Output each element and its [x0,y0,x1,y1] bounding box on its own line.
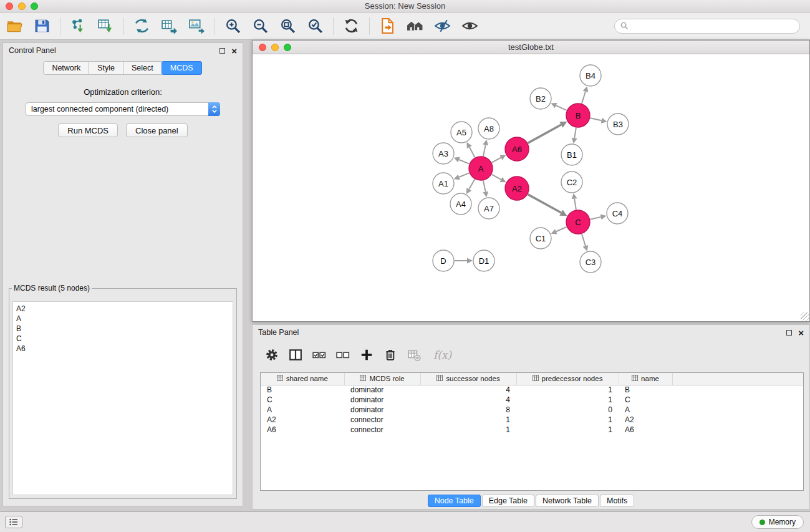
tab-node-table[interactable]: Node Table [428,495,481,507]
open-session-icon[interactable] [6,17,23,34]
tab-edge-table[interactable]: Edge Table [482,495,534,507]
zoom-in-icon[interactable] [224,17,241,34]
network-graph[interactable]: B4B2BB3A5A8A6B1A3AC2A1A2A4A7C4CC1C3DD1 [253,54,809,321]
close-network-button[interactable] [259,44,266,51]
column-header-shared-name[interactable]: shared name [261,373,344,385]
tab-style[interactable]: Style [89,61,123,75]
export-table-icon[interactable] [161,17,178,34]
close-table-panel-icon[interactable]: × [798,328,804,337]
table-row[interactable]: Adominator80A [261,405,803,415]
graph-node-A2[interactable]: A2 [505,177,529,200]
column-header-MCDS-role[interactable]: MCDS role [344,373,420,385]
graphics-details-icon[interactable] [434,17,451,34]
table-settings-icon[interactable] [265,348,279,362]
result-item[interactable]: A2 [16,304,229,314]
graph-node-D[interactable]: D [433,250,454,271]
zoom-network-button[interactable] [284,44,291,51]
tab-select[interactable]: Select [123,61,162,75]
refresh-icon[interactable] [343,17,360,34]
graph-node-A5[interactable]: A5 [451,122,472,143]
svg-text:C: C [575,218,581,227]
network-window-controls [259,44,291,51]
fullscreen-window-button[interactable] [31,2,38,10]
zoom-out-icon[interactable] [252,17,269,34]
search-icon [620,22,629,30]
zoom-selected-icon[interactable] [307,17,324,34]
select-all-icon[interactable] [312,348,326,362]
graph-node-A4[interactable]: A4 [450,193,471,215]
deselect-all-icon[interactable] [336,348,350,362]
zoom-fit-icon[interactable] [279,17,296,34]
minimize-window-button[interactable] [18,2,26,10]
graph-node-B1[interactable]: B1 [561,144,582,165]
column-header-successor-nodes[interactable]: successor nodes [420,373,516,385]
graph-node-B3[interactable]: B3 [607,114,629,135]
graph-node-B2[interactable]: B2 [530,88,551,109]
graph-node-A7[interactable]: A7 [478,198,499,219]
svg-text:D: D [440,256,446,266]
toolbar-separator [60,17,60,35]
float-panel-icon[interactable] [219,48,225,54]
search-box[interactable] [614,19,800,34]
resize-grip-icon[interactable] [801,312,809,321]
result-item[interactable]: C [16,334,229,344]
graph-node-A1[interactable]: A1 [433,173,454,194]
graph-node-D1[interactable]: D1 [473,250,494,271]
node-table[interactable]: shared nameMCDS rolesuccessor nodesprede… [260,372,804,491]
function-builder-icon: f(x) [431,348,451,362]
export-image-icon[interactable] [188,17,205,34]
graph-node-C2[interactable]: C2 [561,172,582,193]
tab-network-table[interactable]: Network Table [536,495,599,507]
result-item[interactable]: A6 [16,344,229,354]
svg-text:B: B [576,111,581,120]
import-network-icon[interactable] [70,17,87,34]
graph-node-C3[interactable]: C3 [580,251,601,273]
graph-node-A3[interactable]: A3 [433,143,454,164]
graph-node-C[interactable]: C [566,210,590,234]
delete-column-icon[interactable] [383,348,397,362]
export-network-icon[interactable] [133,17,150,34]
search-input[interactable] [632,22,794,31]
close-panel-button[interactable]: Close panel [126,123,188,137]
network-window-titlebar[interactable]: testGlobe.txt [253,41,809,54]
network-window-title: testGlobe.txt [508,42,554,52]
control-panel-title: Control Panel [9,46,56,55]
graph-node-A6[interactable]: A6 [505,137,529,161]
criterion-dropdown[interactable]: largest connected component (directed) [26,102,220,116]
column-header-name[interactable]: name [619,373,672,385]
network-canvas[interactable]: B4B2BB3A5A8A6B1A3AC2A1A2A4A7C4CC1C3DD1 [253,54,809,321]
float-table-panel-icon[interactable] [786,330,792,336]
run-mcds-button[interactable]: Run MCDS [58,123,118,137]
graph-node-B4[interactable]: B4 [580,65,601,86]
task-history-button[interactable] [5,516,22,528]
table-row[interactable]: A2connector11A2 [261,415,803,425]
graph-node-B[interactable]: B [566,104,590,127]
save-session-icon[interactable] [34,17,51,34]
import-table-icon[interactable] [97,17,114,34]
tab-network[interactable]: Network [43,61,89,75]
memory-button[interactable]: Memory [751,515,804,529]
table-row[interactable]: A6connector11A6 [261,425,803,435]
minimize-network-button[interactable] [271,44,279,51]
result-item[interactable]: B [16,324,229,334]
graph-node-A8[interactable]: A8 [478,118,499,139]
session-title: Session: New Session [0,1,810,11]
table-row[interactable]: Bdominator41B [261,385,803,395]
table-row[interactable]: Cdominator41C [261,395,803,405]
close-window-button[interactable] [6,2,13,10]
home-icon[interactable] [407,17,423,34]
graph-node-C1[interactable]: C1 [530,228,551,249]
result-item[interactable]: A [16,314,229,324]
add-column-icon[interactable] [360,348,374,362]
graph-node-C4[interactable]: C4 [607,203,628,224]
graph-node-A[interactable]: A [469,157,493,180]
mcds-result-list[interactable]: A2ABCA6 [12,301,233,495]
open-manual-icon[interactable] [379,17,396,34]
tab-mcds[interactable]: MCDS [162,61,202,75]
show-columns-icon[interactable] [289,348,302,362]
eye-icon[interactable] [461,17,478,34]
column-header-predecessor-nodes[interactable]: predecessor nodes [516,373,619,385]
svg-text:A8: A8 [484,124,494,133]
close-panel-icon[interactable]: × [231,46,237,56]
tab-motifs[interactable]: Motifs [600,495,634,507]
